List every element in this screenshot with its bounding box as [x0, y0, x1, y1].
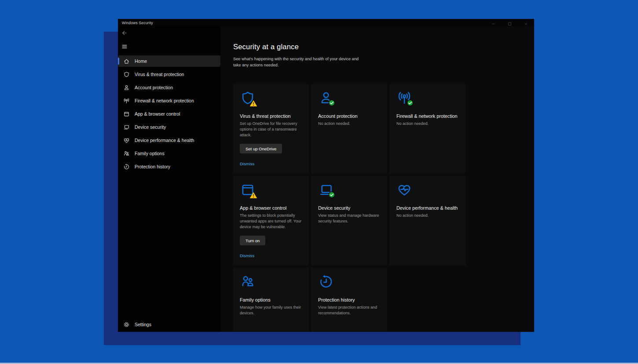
set-up-onedrive-button[interactable]: Set up OneDrive	[240, 144, 282, 153]
card-app-and-browser-control[interactable]: App & browser controlThe settings to blo…	[233, 176, 309, 266]
hamburger-menu-button[interactable]	[121, 44, 129, 51]
card-title: Protection history	[318, 297, 380, 303]
sidebar-item-firewall-and-network-protection[interactable]: Firewall & network protection	[118, 95, 220, 106]
home-icon	[123, 58, 130, 65]
sidebar-item-settings[interactable]: Settings	[118, 319, 220, 330]
card-title: Device security	[318, 205, 380, 211]
window-titlebar: Windows Security	[118, 19, 534, 26]
family-icon	[123, 150, 130, 157]
network-icon	[396, 90, 412, 106]
card-description: No action needed.	[396, 121, 460, 127]
card-description: View status and manage hardware security…	[318, 213, 382, 224]
page-title: Security at a glance	[233, 43, 534, 51]
card-device-performance-and-health[interactable]: Device performance & healthNo action nee…	[389, 176, 466, 266]
gear-icon	[123, 321, 130, 328]
sidebar-item-label: Family options	[135, 151, 165, 156]
dismiss-link[interactable]: Dismiss	[240, 253, 254, 258]
family-icon	[240, 274, 256, 290]
check-badge-icon	[328, 99, 335, 106]
card-title: Virus & threat protection	[240, 113, 302, 120]
history-icon	[123, 164, 130, 170]
card-title: Account protection	[318, 113, 380, 120]
turn-on-button[interactable]: Turn on	[240, 236, 265, 245]
warning-badge-icon	[249, 192, 257, 199]
card-title: Device performance & health	[396, 205, 458, 211]
card-device-security[interactable]: Device securityView status and manage ha…	[311, 176, 387, 266]
card-description: Set up OneDrive for file recovery option…	[240, 121, 304, 138]
close-icon	[524, 20, 528, 28]
card-family-options[interactable]: Family optionsManage how your family use…	[233, 268, 309, 332]
minimize-button[interactable]	[485, 21, 502, 27]
close-button[interactable]	[518, 21, 534, 27]
sidebar-item-device-security[interactable]: Device security	[118, 121, 220, 133]
card-description: Manage how your family uses their device…	[240, 305, 304, 316]
sidebar-item-account-protection[interactable]: Account protection	[118, 82, 220, 93]
network-icon	[123, 98, 130, 104]
card-firewall-and-network-protection[interactable]: Firewall & network protectionNo action n…	[389, 84, 466, 174]
card-protection-history[interactable]: Protection historyView latest protection…	[311, 268, 387, 332]
sidebar-item-virus-and-threat-protection[interactable]: Virus & threat protection	[118, 69, 220, 80]
sidebar-item-label: Virus & threat protection	[135, 72, 184, 77]
sidebar-item-home[interactable]: Home	[118, 55, 220, 67]
check-badge-icon	[407, 99, 414, 106]
dismiss-link[interactable]: Dismiss	[240, 161, 254, 166]
card-virus-and-threat-protection[interactable]: Virus & threat protectionSet up OneDrive…	[233, 84, 309, 174]
person-icon	[318, 90, 334, 106]
sidebar-item-label: Device performance & health	[135, 138, 194, 143]
card-account-protection[interactable]: Account protectionNo action needed.	[311, 84, 387, 174]
sidebar-item-protection-history[interactable]: Protection history	[118, 161, 220, 172]
back-arrow-icon	[121, 30, 128, 38]
hamburger-menu-icon	[121, 44, 128, 51]
sidebar-item-family-options[interactable]: Family options	[118, 148, 220, 159]
appwindow-icon	[123, 111, 130, 117]
card-title: App & browser control	[240, 205, 302, 211]
back-button[interactable]	[121, 30, 129, 37]
window-controls	[485, 21, 534, 27]
person-icon	[123, 84, 130, 91]
window-title: Windows Security	[122, 21, 153, 25]
sidebar-item-label: App & browser control	[135, 111, 180, 116]
sidebar-item-device-performance-and-health[interactable]: Device performance & health	[118, 135, 220, 146]
health-icon	[123, 137, 130, 144]
device-icon	[123, 124, 130, 131]
card-title: Firewall & network protection	[396, 113, 458, 120]
history-icon	[318, 274, 334, 290]
sidebar: HomeVirus & threat protectionAccount pro…	[118, 26, 220, 332]
sidebar-nav: HomeVirus & threat protectionAccount pro…	[118, 55, 220, 174]
shield-icon	[123, 71, 130, 78]
sidebar-item-label: Account protection	[135, 85, 173, 90]
card-description: No action needed.	[318, 121, 382, 127]
device-icon	[318, 182, 334, 198]
sidebar-item-label: Protection history	[135, 164, 170, 169]
main-content: Security at a glance See what's happenin…	[220, 26, 534, 332]
card-description: The settings to block potentially unwant…	[240, 213, 304, 230]
card-description: No action needed.	[396, 213, 460, 218]
selected-indicator	[118, 58, 119, 65]
sidebar-item-label: Home	[135, 58, 147, 64]
sidebar-item-label: Settings	[135, 322, 151, 327]
sidebar-item-label: Firewall & network protection	[135, 98, 194, 103]
shield-icon	[240, 90, 256, 106]
minimize-icon	[491, 20, 495, 28]
page-subtitle: See what's happening with the security a…	[233, 56, 367, 68]
card-title: Family options	[240, 297, 302, 303]
appwindow-icon	[240, 182, 256, 198]
card-description: View latest protection actions and recom…	[318, 305, 382, 316]
check-badge-icon	[328, 191, 335, 198]
windows-security-window: Windows Security HomeVirus & threat prot…	[118, 19, 534, 332]
cards-grid: Virus & threat protectionSet up OneDrive…	[233, 84, 466, 332]
health-icon	[396, 182, 412, 198]
maximize-icon	[508, 20, 512, 28]
maximize-button[interactable]	[502, 21, 518, 27]
sidebar-item-app-and-browser-control[interactable]: App & browser control	[118, 108, 220, 120]
warning-badge-icon	[249, 100, 257, 107]
sidebar-item-label: Device security	[135, 124, 166, 130]
